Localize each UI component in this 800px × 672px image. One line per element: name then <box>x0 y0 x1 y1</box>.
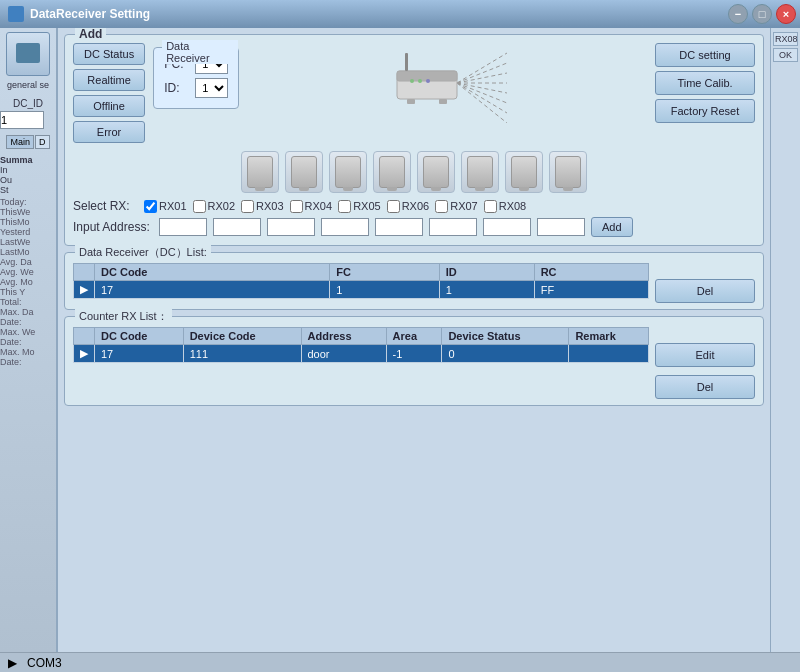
today-label: Today: <box>0 197 56 207</box>
rx-right-rx08: RX08 <box>773 32 798 46</box>
rx-del-button[interactable]: Del <box>655 375 755 399</box>
dc-setting-button[interactable]: DC setting <box>655 43 755 67</box>
rx-col-devcode: Device Code <box>183 328 301 345</box>
rx03-checkbox[interactable] <box>241 200 254 213</box>
dc-list-label: Data Receiver（DC）List: <box>75 245 211 260</box>
summary-st: St <box>0 185 56 195</box>
rx-icon-7 <box>505 151 543 193</box>
factory-reset-button[interactable]: Factory Reset <box>655 99 755 123</box>
add-section-label: Add <box>75 28 106 41</box>
right-buttons-group: DC setting Time Calib. Factory Reset <box>655 43 755 123</box>
rx06-label: RX06 <box>402 200 430 212</box>
addr-input-8[interactable] <box>537 218 585 236</box>
error-button[interactable]: Error <box>73 121 145 143</box>
left-panel: general se DC_ID Main D Summa In Ou St T… <box>0 28 58 652</box>
dc-del-button[interactable]: Del <box>655 279 755 303</box>
date2-label: Date: <box>0 337 56 347</box>
rx07-checkbox-item: RX07 <box>435 200 478 213</box>
addr-input-7[interactable] <box>483 218 531 236</box>
lastwe-label: LastWe <box>0 237 56 247</box>
svg-line-7 <box>457 83 507 123</box>
rx-col-dccode: DC Code <box>95 328 184 345</box>
rx01-label: RX01 <box>159 200 187 212</box>
rx-col-address: Address <box>301 328 386 345</box>
addr-input-1[interactable] <box>159 218 207 236</box>
svg-point-15 <box>426 79 430 83</box>
status-bar: ▶ COM3 <box>0 652 800 672</box>
maxmo-label: Max. Mo <box>0 347 56 357</box>
rx07-checkbox[interactable] <box>435 200 448 213</box>
app-icon <box>8 6 24 22</box>
minimize-button[interactable]: − <box>728 4 748 24</box>
maxda-label: Max. Da <box>0 307 56 317</box>
id-label: ID: <box>164 81 189 95</box>
svg-point-13 <box>410 79 414 83</box>
rx05-checkbox[interactable] <box>338 200 351 213</box>
input-address-row: Input Address: Add <box>73 217 755 237</box>
counter-rx-label: Counter RX List： <box>75 309 172 324</box>
time-calib-button[interactable]: Time Calib. <box>655 71 755 95</box>
id-select[interactable]: 12 <box>195 78 228 98</box>
rx02-checkbox[interactable] <box>193 200 206 213</box>
rx03-label: RX03 <box>256 200 284 212</box>
panel-icon-general[interactable] <box>6 32 50 76</box>
realtime-button[interactable]: Realtime <box>73 69 145 91</box>
add-button[interactable]: Add <box>591 217 633 237</box>
rx-icon-2 <box>285 151 323 193</box>
rx-icon-3 <box>329 151 367 193</box>
rx-edit-button[interactable]: Edit <box>655 343 755 367</box>
window-area: Add DC Status Realtime Offline Error Dat… <box>58 28 770 652</box>
rx-icon-1 <box>241 151 279 193</box>
dc-col-arrow <box>74 264 95 281</box>
summary-in: In <box>0 165 56 175</box>
svg-line-1 <box>457 63 507 83</box>
rx-icons-row <box>73 151 755 193</box>
close-button[interactable]: × <box>776 4 796 24</box>
counter-rx-table: DC Code Device Code Address Area Device … <box>73 327 649 363</box>
rx04-checkbox[interactable] <box>290 200 303 213</box>
data-receiver-label: Data Receiver <box>162 40 238 64</box>
rx04-checkbox-item: RX04 <box>290 200 333 213</box>
com-port-status: ▶ <box>8 656 17 670</box>
dc-id-input[interactable] <box>0 111 44 129</box>
router-svg <box>387 43 507 123</box>
summary-out: Ou <box>0 175 56 185</box>
table-row[interactable]: ▶ 17 111 door -1 0 <box>74 345 649 363</box>
data-receiver-group: Data Receiver FC: 12 ID: 12 <box>153 47 239 109</box>
rx08-checkbox[interactable] <box>484 200 497 213</box>
tab-main[interactable]: Main <box>6 135 34 149</box>
addr-input-3[interactable] <box>267 218 315 236</box>
yesterd-label: Yesterd <box>0 227 56 237</box>
addr-input-5[interactable] <box>375 218 423 236</box>
tab-secondary[interactable]: D <box>35 135 50 149</box>
addr-input-4[interactable] <box>321 218 369 236</box>
com-port-label: COM3 <box>27 656 62 670</box>
offline-button[interactable]: Offline <box>73 95 145 117</box>
title-text: DataReceiver Setting <box>30 7 150 21</box>
table-row[interactable]: ▶ 17 1 1 FF <box>74 281 649 299</box>
dc-col-rc: RC <box>534 264 648 281</box>
rx05-label: RX05 <box>353 200 381 212</box>
dc-id-label: DC_ID <box>0 98 56 109</box>
left-buttons-group: DC Status Realtime Offline Error <box>73 43 145 143</box>
dc-status-button[interactable]: DC Status <box>73 43 145 65</box>
select-rx-label: Select RX: <box>73 199 138 213</box>
addr-input-6[interactable] <box>429 218 477 236</box>
svg-rect-11 <box>407 99 415 104</box>
addr-input-2[interactable] <box>213 218 261 236</box>
rx-icon-8 <box>549 151 587 193</box>
rx06-checkbox[interactable] <box>387 200 400 213</box>
rx01-checkbox[interactable] <box>144 200 157 213</box>
maximize-button[interactable]: □ <box>752 4 772 24</box>
total-label: Total: <box>0 297 56 307</box>
router-image <box>387 43 507 123</box>
thiswe-label: ThisWe <box>0 207 56 217</box>
rx04-label: RX04 <box>305 200 333 212</box>
rx-col-arrow <box>74 328 95 345</box>
title-bar: DataReceiver Setting − □ × <box>0 0 800 28</box>
rx08-checkbox-item: RX08 <box>484 200 527 213</box>
maxwe-label: Max. We <box>0 327 56 337</box>
rx-section: Select RX: RX01 RX02 RX03 <box>73 151 755 237</box>
rx08-label: RX08 <box>499 200 527 212</box>
avgda-label: Avg. Da <box>0 257 56 267</box>
